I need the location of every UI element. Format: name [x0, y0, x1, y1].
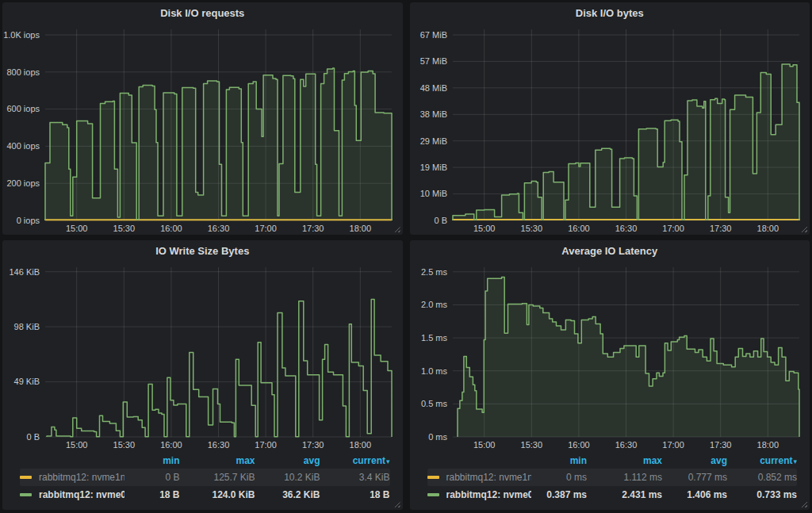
legend-sort-max[interactable]: max	[180, 455, 255, 466]
x-axis-label: 16:00	[568, 440, 590, 450]
legend-current-value: 0.852 ms	[727, 472, 797, 483]
y-axis-label: 38 MiB	[419, 109, 446, 119]
chart-average-io-latency[interactable]: 0 ms0.5 ms1.0 ms1.5 ms2.0 ms2.5 ms15:001…	[410, 261, 810, 451]
y-axis-label: 2.5 ms	[420, 267, 447, 277]
legend-sort-min[interactable]: min	[531, 455, 587, 466]
x-axis-label: 15:00	[66, 440, 88, 450]
x-axis-label: 15:30	[520, 224, 542, 233]
legend-row: rabbitmq12: nvme1n1: write0 ms1.112 ms0.…	[427, 469, 798, 486]
chart-canvas[interactable]: 0 ms0.5 ms1.0 ms1.5 ms2.0 ms2.5 ms15:001…	[410, 261, 810, 451]
x-axis-label: 15:00	[473, 224, 495, 233]
x-axis-label: 17:30	[709, 440, 731, 450]
chart-io-write-size-bytes[interactable]: 0 B49 KiB98 KiB146 KiB15:0015:3016:0016:…	[2, 261, 403, 451]
legend-series-toggle[interactable]: rabbitmq12: nvme1n1: write	[20, 472, 124, 483]
legend-min-value: 0 B	[124, 472, 180, 483]
legend-row: rabbitmq12: nvme1n1: write0 B125.7 KiB10…	[20, 469, 390, 486]
panel-title-disk-io-requests[interactable]: Disk I/O requests	[2, 2, 403, 23]
panel-title-disk-io-bytes[interactable]: Disk I/O bytes	[410, 2, 810, 23]
x-axis-label: 18:00	[350, 224, 372, 233]
y-axis-label: 57 MiB	[419, 56, 446, 66]
legend-sort-current[interactable]: current▾	[727, 455, 797, 466]
legend-max-value: 124.0 KiB	[180, 489, 255, 500]
x-axis-label: 16:00	[568, 224, 590, 233]
panel-disk-io-bytes: Disk I/O bytes 0 B10 MiB19 MiB29 MiB38 M…	[410, 2, 810, 235]
y-axis-label: 29 MiB	[419, 136, 446, 146]
legend-io-write-size-bytes: minmaxavgcurrent▾rabbitmq12: nvme1n1: wr…	[2, 451, 403, 510]
chart-canvas[interactable]: 0 B10 MiB19 MiB29 MiB38 MiB48 MiB57 MiB6…	[410, 23, 810, 235]
x-axis-label: 18:00	[756, 440, 779, 450]
x-axis-label: 16:00	[160, 224, 182, 233]
x-axis-label: 15:00	[473, 440, 495, 450]
legend-current-value: 3.4 KiB	[320, 472, 390, 483]
chart-canvas[interactable]: 0 B49 KiB98 KiB146 KiB15:0015:3016:0016:…	[2, 261, 403, 451]
y-axis-label: 1.0K iops	[3, 30, 40, 40]
y-axis-label: 600 iops	[6, 104, 40, 113]
x-axis-label: 17:00	[662, 440, 684, 450]
x-axis-label: 16:30	[208, 224, 230, 233]
x-axis-label: 18:00	[756, 224, 779, 233]
sort-caret-icon: ▾	[793, 457, 797, 465]
legend-series-toggle[interactable]: rabbitmq12: nvme0n1: write	[427, 489, 532, 500]
legend-avg-value: 36.2 KiB	[255, 489, 320, 500]
panel-disk-io-requests: Disk I/O requests 0 iops200 iops400 iops…	[2, 2, 403, 235]
x-axis-label: 15:30	[113, 224, 136, 233]
y-axis-label: 1.0 ms	[420, 366, 447, 376]
legend-row: rabbitmq12: nvme0n1: write0.387 ms2.431 …	[427, 486, 798, 503]
y-axis-label: 67 MiB	[419, 30, 446, 40]
x-axis-label: 16:30	[615, 440, 637, 450]
legend-series-label: rabbitmq12: nvme0n1: write	[39, 489, 124, 500]
series-color-swatch-icon	[20, 476, 32, 479]
x-axis-label: 16:30	[208, 440, 230, 450]
x-axis-label: 17:30	[302, 224, 324, 233]
y-axis-label: 0 B	[26, 432, 40, 442]
legend-sort-max[interactable]: max	[587, 455, 662, 466]
panel-io-write-size-bytes: IO Write Size Bytes 0 B49 KiB98 KiB146 K…	[2, 240, 403, 510]
legend-row: rabbitmq12: nvme0n1: write18 B124.0 KiB3…	[20, 486, 390, 503]
x-axis-label: 17:30	[709, 224, 731, 233]
x-axis-label: 16:00	[160, 440, 182, 450]
grafana-dashboard: Disk I/O requests 0 iops200 iops400 iops…	[0, 0, 812, 513]
legend-series-label: rabbitmq12: nvme0n1: write	[446, 489, 532, 500]
series-fill	[458, 278, 799, 438]
legend-series-label: rabbitmq12: nvme1n1: write	[446, 472, 532, 483]
x-axis-label: 18:00	[350, 440, 372, 450]
x-axis-label: 17:30	[302, 440, 324, 450]
legend-series-toggle[interactable]: rabbitmq12: nvme0n1: write	[20, 489, 124, 500]
series-line[interactable]	[47, 300, 392, 438]
legend-average-io-latency: minmaxavgcurrent▾rabbitmq12: nvme1n1: wr…	[410, 451, 810, 510]
chart-canvas[interactable]: 0 iops200 iops400 iops600 iops800 iops1.…	[2, 23, 403, 235]
y-axis-label: 0 iops	[17, 216, 40, 225]
y-axis-label: 0 ms	[428, 432, 447, 442]
y-axis-label: 1.5 ms	[420, 333, 447, 343]
x-axis-label: 17:00	[662, 224, 684, 233]
y-axis-label: 146 KiB	[9, 267, 40, 277]
y-axis-label: 200 iops	[6, 178, 40, 188]
legend-max-value: 2.431 ms	[587, 489, 662, 500]
legend-min-value: 18 B	[124, 489, 180, 500]
x-axis-label: 17:00	[255, 440, 277, 450]
legend-sort-min[interactable]: min	[124, 455, 180, 466]
legend-sort-avg[interactable]: avg	[255, 455, 320, 466]
chart-disk-io-requests[interactable]: 0 iops200 iops400 iops600 iops800 iops1.…	[2, 23, 403, 235]
chart-disk-io-bytes[interactable]: 0 B10 MiB19 MiB29 MiB38 MiB48 MiB57 MiB6…	[410, 23, 810, 235]
panel-title-io-write-size-bytes[interactable]: IO Write Size Bytes	[2, 240, 403, 261]
legend-header-row: minmaxavgcurrent▾	[427, 453, 798, 469]
series-color-swatch-icon	[20, 493, 32, 496]
y-axis-label: 0.5 ms	[420, 399, 447, 408]
x-axis-label: 15:30	[113, 440, 136, 450]
y-axis-label: 49 KiB	[14, 377, 40, 386]
legend-series-toggle[interactable]: rabbitmq12: nvme1n1: write	[427, 472, 532, 483]
legend-min-value: 0 ms	[531, 472, 587, 483]
x-axis-label: 17:00	[255, 224, 277, 233]
y-axis-label: 400 iops	[6, 141, 40, 151]
legend-sort-avg[interactable]: avg	[662, 455, 727, 466]
x-axis-label: 16:30	[615, 224, 637, 233]
series-color-swatch-icon	[427, 493, 439, 496]
panel-title-average-io-latency[interactable]: Average IO Latency	[410, 240, 810, 261]
x-axis-label: 15:00	[66, 224, 88, 233]
legend-header-row: minmaxavgcurrent▾	[20, 453, 390, 469]
legend-sort-current[interactable]: current▾	[320, 455, 390, 466]
legend-current-value: 18 B	[320, 489, 390, 500]
x-axis-label: 15:30	[520, 440, 542, 450]
legend-series-label: rabbitmq12: nvme1n1: write	[39, 472, 124, 483]
